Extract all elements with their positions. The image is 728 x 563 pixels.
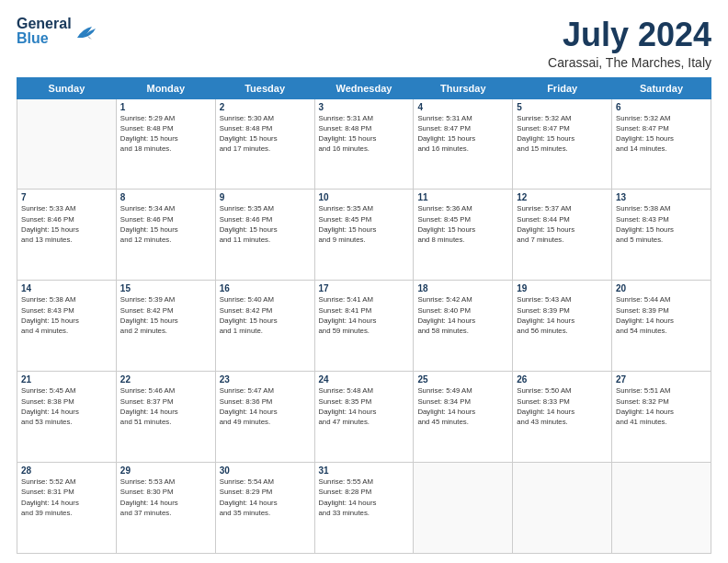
day-info: Sunrise: 5:45 AM Sunset: 8:38 PM Dayligh…	[21, 385, 112, 427]
day-info: Sunrise: 5:29 AM Sunset: 8:48 PM Dayligh…	[120, 113, 211, 155]
day-number: 25	[417, 374, 508, 385]
day-number: 3	[319, 102, 410, 112]
day-number: 12	[517, 192, 608, 202]
day-info: Sunrise: 5:54 AM Sunset: 8:29 PM Dayligh…	[220, 477, 311, 518]
title-block: July 2024 Carassai, The Marches, Italy	[548, 17, 711, 70]
day-info: Sunrise: 5:52 AM Sunset: 8:31 PM Dayligh…	[21, 477, 112, 518]
day-info: Sunrise: 5:30 AM Sunset: 8:48 PM Dayligh…	[220, 113, 311, 155]
table-row: 18Sunrise: 5:42 AM Sunset: 8:40 PM Dayli…	[414, 281, 513, 372]
logo-name: General Blue	[17, 17, 72, 46]
table-row: 27Sunrise: 5:51 AM Sunset: 8:32 PM Dayli…	[612, 372, 711, 463]
day-info: Sunrise: 5:43 AM Sunset: 8:39 PM Dayligh…	[517, 294, 608, 336]
day-number: 26	[517, 374, 608, 385]
day-info: Sunrise: 5:32 AM Sunset: 8:47 PM Dayligh…	[517, 113, 608, 155]
day-info: Sunrise: 5:35 AM Sunset: 8:46 PM Dayligh…	[220, 203, 311, 245]
day-number: 22	[120, 374, 211, 385]
day-number: 24	[319, 374, 410, 385]
table-row: 30Sunrise: 5:54 AM Sunset: 8:29 PM Dayli…	[215, 463, 314, 554]
day-info: Sunrise: 5:37 AM Sunset: 8:44 PM Dayligh…	[517, 203, 608, 245]
day-info: Sunrise: 5:41 AM Sunset: 8:41 PM Dayligh…	[319, 294, 410, 336]
table-row: 16Sunrise: 5:40 AM Sunset: 8:42 PM Dayli…	[215, 281, 314, 372]
day-info: Sunrise: 5:35 AM Sunset: 8:45 PM Dayligh…	[319, 203, 410, 245]
day-info: Sunrise: 5:31 AM Sunset: 8:47 PM Dayligh…	[417, 113, 508, 155]
day-number: 18	[417, 283, 508, 293]
day-info: Sunrise: 5:47 AM Sunset: 8:36 PM Dayligh…	[220, 385, 311, 427]
day-info: Sunrise: 5:36 AM Sunset: 8:45 PM Dayligh…	[417, 203, 508, 245]
day-number: 15	[120, 283, 211, 293]
day-info: Sunrise: 5:50 AM Sunset: 8:33 PM Dayligh…	[517, 385, 608, 427]
calendar-header-row: Sunday Monday Tuesday Wednesday Thursday…	[17, 77, 711, 98]
table-row: 1Sunrise: 5:29 AM Sunset: 8:48 PM Daylig…	[116, 98, 215, 190]
col-monday: Monday	[116, 77, 215, 98]
day-info: Sunrise: 5:48 AM Sunset: 8:35 PM Dayligh…	[319, 385, 410, 427]
table-row: 23Sunrise: 5:47 AM Sunset: 8:36 PM Dayli…	[215, 372, 314, 463]
table-row: 24Sunrise: 5:48 AM Sunset: 8:35 PM Dayli…	[314, 372, 414, 463]
table-row: 26Sunrise: 5:50 AM Sunset: 8:33 PM Dayli…	[513, 372, 612, 463]
table-row	[414, 463, 513, 554]
day-info: Sunrise: 5:55 AM Sunset: 8:28 PM Dayligh…	[319, 477, 410, 518]
table-row: 10Sunrise: 5:35 AM Sunset: 8:45 PM Dayli…	[314, 190, 414, 281]
logo-general-text: General	[17, 17, 72, 31]
logo-blue-text: Blue	[17, 31, 72, 46]
day-info: Sunrise: 5:51 AM Sunset: 8:32 PM Dayligh…	[616, 385, 707, 427]
table-row: 12Sunrise: 5:37 AM Sunset: 8:44 PM Dayli…	[513, 190, 612, 281]
day-info: Sunrise: 5:38 AM Sunset: 8:43 PM Dayligh…	[21, 294, 112, 336]
day-info: Sunrise: 5:39 AM Sunset: 8:42 PM Dayligh…	[120, 294, 211, 336]
day-number: 5	[517, 102, 608, 112]
page: General Blue July 2024 Carassai, The Mar…	[0, 0, 728, 563]
day-number: 17	[319, 283, 410, 293]
day-number: 1	[120, 102, 211, 112]
calendar-week-row: 1Sunrise: 5:29 AM Sunset: 8:48 PM Daylig…	[17, 98, 711, 190]
day-info: Sunrise: 5:32 AM Sunset: 8:47 PM Dayligh…	[616, 113, 707, 155]
table-row: 11Sunrise: 5:36 AM Sunset: 8:45 PM Dayli…	[414, 190, 513, 281]
table-row: 7Sunrise: 5:33 AM Sunset: 8:46 PM Daylig…	[17, 190, 117, 281]
day-info: Sunrise: 5:31 AM Sunset: 8:48 PM Dayligh…	[319, 113, 410, 155]
day-number: 27	[616, 374, 707, 385]
day-number: 28	[21, 465, 112, 476]
day-number: 4	[417, 102, 508, 112]
day-number: 2	[220, 102, 311, 112]
table-row	[513, 463, 612, 554]
calendar-table: Sunday Monday Tuesday Wednesday Thursday…	[17, 77, 711, 554]
table-row: 20Sunrise: 5:44 AM Sunset: 8:39 PM Dayli…	[612, 281, 711, 372]
day-info: Sunrise: 5:53 AM Sunset: 8:30 PM Dayligh…	[120, 477, 211, 518]
table-row: 21Sunrise: 5:45 AM Sunset: 8:38 PM Dayli…	[17, 372, 117, 463]
calendar-week-row: 14Sunrise: 5:38 AM Sunset: 8:43 PM Dayli…	[17, 281, 711, 372]
calendar-week-row: 28Sunrise: 5:52 AM Sunset: 8:31 PM Dayli…	[17, 463, 711, 554]
day-number: 19	[517, 283, 608, 293]
day-number: 8	[120, 192, 211, 202]
table-row: 3Sunrise: 5:31 AM Sunset: 8:48 PM Daylig…	[314, 98, 414, 190]
table-row: 8Sunrise: 5:34 AM Sunset: 8:46 PM Daylig…	[116, 190, 215, 281]
day-number: 13	[616, 192, 707, 202]
location: Carassai, The Marches, Italy	[548, 55, 711, 70]
table-row: 28Sunrise: 5:52 AM Sunset: 8:31 PM Dayli…	[17, 463, 117, 554]
day-number: 16	[220, 283, 311, 293]
col-wednesday: Wednesday	[314, 77, 414, 98]
calendar-week-row: 21Sunrise: 5:45 AM Sunset: 8:38 PM Dayli…	[17, 372, 711, 463]
col-sunday: Sunday	[17, 77, 117, 98]
day-info: Sunrise: 5:40 AM Sunset: 8:42 PM Dayligh…	[220, 294, 311, 336]
day-info: Sunrise: 5:42 AM Sunset: 8:40 PM Dayligh…	[417, 294, 508, 336]
table-row: 2Sunrise: 5:30 AM Sunset: 8:48 PM Daylig…	[215, 98, 314, 190]
month-title: July 2024	[548, 17, 711, 53]
day-number: 10	[319, 192, 410, 202]
day-number: 6	[616, 102, 707, 112]
table-row: 22Sunrise: 5:46 AM Sunset: 8:37 PM Dayli…	[116, 372, 215, 463]
day-number: 11	[417, 192, 508, 202]
day-number: 30	[220, 465, 311, 476]
table-row: 6Sunrise: 5:32 AM Sunset: 8:47 PM Daylig…	[612, 98, 711, 190]
table-row: 25Sunrise: 5:49 AM Sunset: 8:34 PM Dayli…	[414, 372, 513, 463]
table-row: 29Sunrise: 5:53 AM Sunset: 8:30 PM Dayli…	[116, 463, 215, 554]
day-number: 29	[120, 465, 211, 476]
table-row: 13Sunrise: 5:38 AM Sunset: 8:43 PM Dayli…	[612, 190, 711, 281]
table-row	[612, 463, 711, 554]
day-info: Sunrise: 5:34 AM Sunset: 8:46 PM Dayligh…	[120, 203, 211, 245]
day-number: 7	[21, 192, 112, 202]
col-friday: Friday	[513, 77, 612, 98]
day-info: Sunrise: 5:33 AM Sunset: 8:46 PM Dayligh…	[21, 203, 112, 245]
table-row: 4Sunrise: 5:31 AM Sunset: 8:47 PM Daylig…	[414, 98, 513, 190]
day-number: 14	[21, 283, 112, 293]
header: General Blue July 2024 Carassai, The Mar…	[17, 17, 711, 70]
col-tuesday: Tuesday	[215, 77, 314, 98]
table-row	[17, 98, 117, 190]
